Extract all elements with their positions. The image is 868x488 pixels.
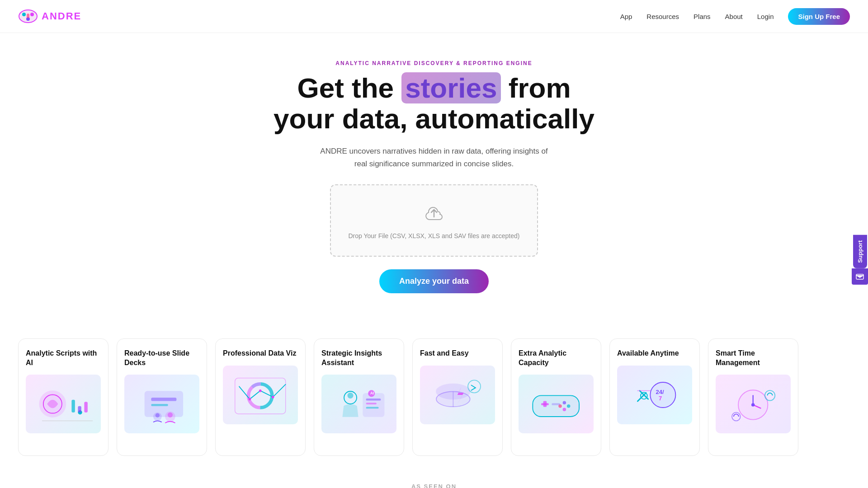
svg-point-60 [751,403,755,406]
hero-title-before: Get the [297,72,401,103]
hero-title-highlight: stories [401,72,500,103]
nav-resources[interactable]: Resources [646,13,679,20]
feature-card[interactable]: Smart Time Management [708,338,798,456]
feature-card[interactable]: Extra Analytic Capacity [511,338,601,456]
feature-card-title: Fast and Easy [420,349,469,358]
nav-about[interactable]: About [725,13,743,20]
as-seen-on: AS SEEN ON [0,483,868,488]
feature-card[interactable]: Strategic Insights Assistant AI [314,338,404,456]
feature-card-title: Professional Data Viz [223,349,296,358]
feature-card-image: AI [321,375,396,433]
feature-card[interactable]: Available Anytime 24/ 7 [609,338,700,456]
nav-login[interactable]: Login [757,13,774,20]
feature-card[interactable]: Fast and Easy [412,338,503,456]
feature-card-image [716,375,791,433]
feature-card-image [420,366,495,424]
svg-point-25 [272,395,274,398]
svg-rect-31 [366,407,379,409]
svg-point-23 [249,398,251,400]
feature-card-image [124,375,199,433]
feature-card-image [519,375,594,433]
svg-point-43 [563,401,566,404]
svg-rect-40 [533,396,580,417]
feature-card-title: Smart Time Management [716,349,791,368]
feature-card[interactable]: Ready-to-use Slide Decks [117,338,207,456]
feature-card-title: Strategic Insights Assistant [321,349,396,368]
nav-links: App Resources Plans About Login Sign Up … [620,8,850,25]
svg-point-44 [567,404,570,408]
upload-dropzone[interactable]: Drop Your File (CSV, XLSX, XLS and SAV f… [330,184,538,257]
svg-text:AI: AI [370,391,374,396]
hero-title: Get the stories fromyour data, automatic… [240,73,628,134]
brand-name: ANDRE [42,10,81,22]
svg-line-53 [638,393,646,401]
svg-point-37 [436,384,470,399]
svg-rect-4 [27,14,29,18]
svg-rect-10 [85,402,88,413]
svg-rect-47 [552,403,561,405]
feature-card[interactable]: Professional Data Viz [215,338,306,456]
svg-text:24/: 24/ [656,389,665,395]
svg-point-24 [259,389,262,392]
svg-text:7: 7 [659,395,662,402]
svg-point-2 [30,13,34,16]
svg-point-18 [156,413,160,418]
svg-point-38 [468,380,481,393]
support-mail-icon[interactable] [852,268,868,285]
feature-card-image: 24/ 7 [617,366,692,424]
svg-rect-28 [363,394,384,417]
svg-rect-9 [78,406,81,413]
feature-card-title: Available Anytime [617,349,679,358]
svg-point-1 [22,13,26,16]
logo[interactable]: ANDRE [18,6,81,26]
hero-eyebrow: ANALYTIC NARRATIVE DISCOVERY & REPORTING… [240,60,628,66]
svg-rect-13 [151,398,177,401]
svg-rect-30 [366,403,377,405]
logo-icon [18,6,38,26]
svg-rect-8 [72,400,75,413]
svg-rect-14 [151,404,168,406]
navbar: ANDRE App Resources Plans About Login Si… [0,0,868,33]
svg-point-45 [563,408,566,411]
features-section: Analytic Scripts with AI Ready-to-use Sl… [0,338,868,483]
svg-point-27 [348,393,354,399]
support-tab[interactable]: Support [852,235,868,285]
signup-button[interactable]: Sign Up Free [788,8,850,25]
nav-app[interactable]: App [620,13,632,20]
nav-plans[interactable]: Plans [693,13,711,20]
svg-rect-42 [543,401,547,407]
support-label[interactable]: Support [853,235,867,268]
feature-card[interactable]: Analytic Scripts with AI [18,338,108,456]
analyze-button[interactable]: Analyze your data [379,269,489,293]
svg-rect-29 [366,399,381,401]
upload-icon [422,202,446,227]
hero-subtitle: ANDRE uncovers narratives hidden in raw … [316,145,552,169]
svg-point-16 [168,413,173,418]
feature-card-image [26,375,101,433]
feature-card-title: Analytic Scripts with AI [26,349,101,368]
hero-section: ANALYTIC NARRATIVE DISCOVERY & REPORTING… [231,33,637,338]
upload-text: Drop Your File (CSV, XLSX, XLS and SAV f… [349,232,520,239]
feature-card-title: Extra Analytic Capacity [519,349,594,368]
feature-card-title: Ready-to-use Slide Decks [124,349,199,368]
feature-card-image [223,366,298,424]
svg-point-61 [765,390,775,400]
